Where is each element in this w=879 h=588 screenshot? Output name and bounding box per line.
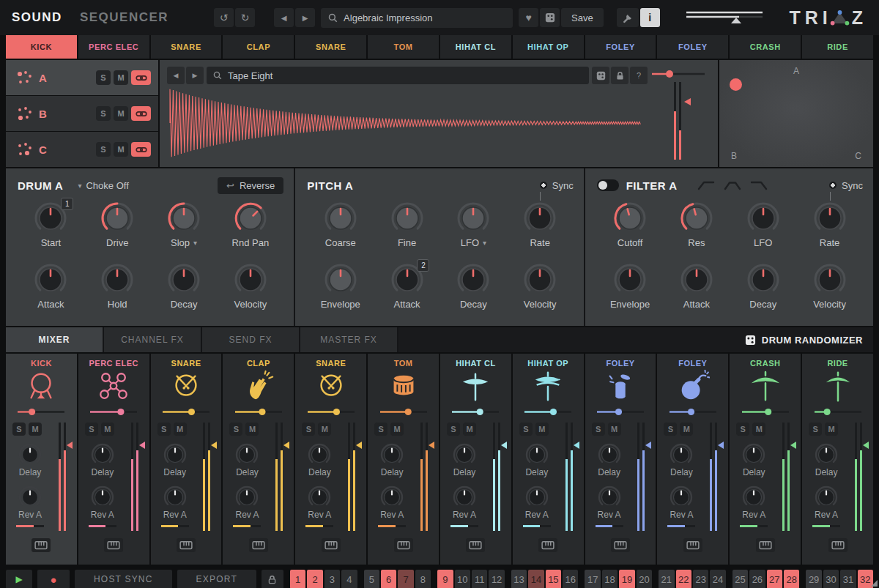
delay-send-knob[interactable]: Delay bbox=[9, 442, 51, 477]
layer-row-a[interactable]: ASM bbox=[6, 60, 158, 95]
layer-solo-button[interactable]: S bbox=[96, 142, 111, 157]
channel-mute-button[interactable]: M bbox=[174, 423, 187, 436]
drum-tab-tom-5[interactable]: TOM bbox=[368, 35, 439, 59]
next-sample-button[interactable]: ▶ bbox=[186, 67, 204, 84]
mixer-channel-tom-5[interactable]: TOMSMDelayRev A bbox=[368, 354, 439, 565]
channel-mute-button[interactable]: M bbox=[101, 423, 114, 436]
channel-pan-slider[interactable] bbox=[15, 406, 67, 420]
random-preset-button[interactable] bbox=[540, 8, 560, 27]
channel-level-handle[interactable] bbox=[718, 442, 724, 449]
step-4[interactable]: 4 bbox=[341, 570, 357, 588]
drum-tab-clap-3[interactable]: CLAP bbox=[223, 35, 294, 59]
channel-mute-button[interactable]: M bbox=[680, 423, 693, 436]
knob-dial[interactable] bbox=[743, 261, 784, 300]
reverb-send-knob[interactable]: Rev A bbox=[516, 484, 558, 520]
layer-link-button[interactable] bbox=[131, 70, 151, 85]
reverb-send-knob[interactable]: Rev A bbox=[298, 484, 341, 520]
step-3[interactable]: 3 bbox=[324, 570, 340, 588]
reverb-send-knob[interactable]: Rev A bbox=[588, 484, 631, 520]
channel-pan-slider[interactable] bbox=[450, 406, 501, 420]
step-13[interactable]: 13 bbox=[511, 570, 527, 588]
step-5[interactable]: 5 bbox=[364, 570, 379, 588]
layer-mute-button[interactable]: M bbox=[114, 106, 128, 121]
layer-row-b[interactable]: BSM bbox=[6, 96, 158, 131]
help-button[interactable]: ? bbox=[630, 67, 648, 84]
channel-pan-slider[interactable] bbox=[233, 406, 284, 420]
step-29[interactable]: 29 bbox=[806, 570, 821, 588]
keyboard-map-button[interactable] bbox=[756, 538, 775, 552]
knob-dial[interactable] bbox=[809, 199, 850, 239]
channel-level-handle[interactable] bbox=[139, 442, 145, 449]
knob-dial[interactable] bbox=[387, 199, 428, 239]
knob-dial[interactable] bbox=[320, 261, 361, 300]
channel-mute-button[interactable]: M bbox=[608, 423, 621, 436]
drum-tab-kick-0[interactable]: KICK bbox=[6, 35, 77, 59]
delay-send-knob[interactable]: Delay bbox=[660, 442, 702, 477]
reverb-send-knob[interactable]: Rev A bbox=[732, 484, 775, 520]
step-27[interactable]: 27 bbox=[767, 570, 782, 588]
drum-tab-hihat-op-7[interactable]: HIHAT OP bbox=[513, 35, 584, 59]
drum-tab-ride-11[interactable]: RIDE bbox=[802, 35, 873, 59]
step-2[interactable]: 2 bbox=[307, 570, 322, 588]
mixer-channel-ride-11[interactable]: RIDESMDelayRev A bbox=[802, 354, 873, 565]
mixer-channel-kick-0[interactable]: KICKSMDelayRev A bbox=[6, 354, 77, 565]
channel-pan-slider[interactable] bbox=[160, 406, 212, 420]
step-30[interactable]: 30 bbox=[823, 570, 839, 588]
mixer-channel-snare-4[interactable]: SNARESMDelayRev A bbox=[295, 354, 366, 565]
bandpass-filter-icon[interactable] bbox=[724, 180, 741, 190]
redo-button[interactable]: ↻ bbox=[235, 8, 255, 27]
layer-solo-button[interactable]: S bbox=[96, 106, 111, 121]
channel-level-handle[interactable] bbox=[283, 442, 289, 449]
channel-pan-slider[interactable] bbox=[812, 406, 864, 420]
knob-dial[interactable] bbox=[230, 199, 271, 239]
layer-blend-pad[interactable]: A B C bbox=[719, 60, 873, 167]
reverse-button[interactable]: ↩Reverse bbox=[218, 177, 283, 194]
tab-sound[interactable]: SOUND bbox=[12, 10, 62, 25]
knob-dial[interactable] bbox=[97, 261, 138, 300]
step-10[interactable]: 10 bbox=[455, 570, 470, 588]
knob-decay[interactable]: Decay bbox=[440, 258, 507, 319]
reverb-send-knob[interactable]: Rev A bbox=[81, 484, 124, 520]
export-button[interactable]: EXPORT bbox=[177, 570, 256, 588]
step-18[interactable]: 18 bbox=[602, 570, 617, 588]
keyboard-map-button[interactable] bbox=[538, 538, 557, 552]
channel-solo-button[interactable]: S bbox=[519, 423, 533, 436]
keyboard-map-button[interactable] bbox=[683, 538, 702, 552]
keyboard-map-button[interactable] bbox=[31, 538, 51, 552]
channel-level-handle[interactable] bbox=[574, 442, 579, 449]
knob-dial[interactable] bbox=[519, 261, 560, 300]
channel-pan-slider[interactable] bbox=[378, 406, 429, 420]
lowpass-filter-icon[interactable] bbox=[750, 180, 768, 190]
highpass-filter-icon[interactable] bbox=[697, 180, 715, 190]
layer-mute-button[interactable]: M bbox=[114, 70, 128, 85]
drum-randomizer-button[interactable]: DRUM RANDOMIZER bbox=[745, 327, 873, 352]
layer-link-button[interactable] bbox=[131, 142, 151, 157]
meter-handle[interactable] bbox=[684, 98, 691, 105]
knob-dial[interactable] bbox=[453, 199, 494, 239]
channel-solo-button[interactable]: S bbox=[229, 423, 242, 436]
reverb-send-knob[interactable]: Rev A bbox=[660, 484, 702, 520]
keyboard-map-button[interactable] bbox=[322, 538, 341, 552]
step-17[interactable]: 17 bbox=[585, 570, 600, 588]
channel-level-handle[interactable] bbox=[356, 442, 362, 449]
step-6[interactable]: 6 bbox=[381, 570, 396, 588]
knob-fine[interactable]: Fine bbox=[374, 196, 440, 258]
knob-envelope[interactable]: Envelope bbox=[597, 258, 664, 319]
delay-send-knob[interactable]: Delay bbox=[371, 442, 413, 477]
delay-send-knob[interactable]: Delay bbox=[226, 442, 268, 477]
waveform-display[interactable] bbox=[167, 85, 648, 163]
step-19[interactable]: 19 bbox=[619, 570, 634, 588]
step-26[interactable]: 26 bbox=[749, 570, 765, 588]
channel-mute-button[interactable]: M bbox=[390, 423, 404, 436]
channel-level-handle[interactable] bbox=[645, 442, 651, 449]
next-preset-button[interactable]: ▶ bbox=[295, 8, 315, 27]
channel-pan-slider[interactable] bbox=[88, 406, 139, 420]
knob-dial[interactable] bbox=[97, 199, 138, 239]
mixer-channel-hihat-op-7[interactable]: HIHAT OPSMDelayRev A bbox=[513, 354, 584, 565]
knob-dial[interactable] bbox=[609, 261, 650, 300]
knob-dial[interactable] bbox=[230, 261, 271, 300]
keyboard-map-button[interactable] bbox=[828, 538, 848, 552]
knob-dial[interactable] bbox=[809, 261, 850, 300]
knob-decay[interactable]: Decay bbox=[151, 258, 218, 319]
knob-hold[interactable]: Hold bbox=[84, 258, 151, 319]
